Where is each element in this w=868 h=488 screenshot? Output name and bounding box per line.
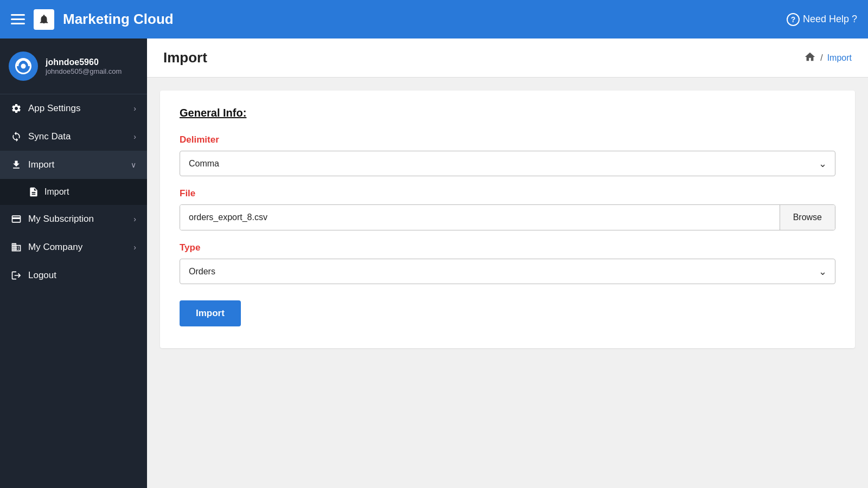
page-header: Import / Import — [147, 38, 868, 78]
user-section: johndoe5960 johndoe505@gmail.com — [0, 38, 147, 94]
user-info: johndoe5960 johndoe505@gmail.com — [46, 57, 122, 75]
header-left: Marketing Cloud — [11, 9, 174, 30]
breadcrumb-separator: / — [820, 53, 822, 63]
top-header: Marketing Cloud ? Need Help ? — [0, 0, 868, 38]
app-title: Marketing Cloud — [63, 11, 174, 28]
sidebar-item-import[interactable]: Import ∨ — [0, 151, 147, 179]
delimiter-select-wrapper: Comma Semicolon Tab Pipe ⌄ — [180, 151, 835, 176]
avatar — [9, 52, 38, 81]
delimiter-label: Delimiter — [180, 134, 835, 145]
chevron-right-icon: › — [133, 104, 136, 113]
chevron-right-icon: › — [133, 132, 136, 141]
gear-icon — [11, 103, 22, 114]
sidebar-item-sync-data[interactable]: Sync Data › — [0, 123, 147, 151]
svg-point-0 — [21, 64, 26, 69]
sidebar-item-label: Sync Data — [28, 131, 71, 142]
chevron-down-icon: ∨ — [131, 160, 136, 169]
sidebar-item-label: Import — [28, 159, 54, 170]
import-form-container: General Info: Delimiter Comma Semicolon … — [160, 91, 855, 348]
file-text-input[interactable] — [180, 205, 780, 230]
user-name: johndoe5960 — [46, 57, 122, 67]
sidebar-item-my-company[interactable]: My Company › — [0, 233, 147, 261]
bell-icon — [38, 14, 50, 25]
breadcrumb-home-icon[interactable] — [804, 51, 816, 65]
sidebar-item-label: App Settings — [28, 103, 80, 114]
browse-button[interactable]: Browse — [780, 205, 835, 230]
import-button[interactable]: Import — [180, 300, 241, 326]
hamburger-menu-button[interactable] — [11, 14, 25, 24]
breadcrumb-current: Import — [827, 53, 852, 63]
type-label: Type — [180, 242, 835, 253]
user-email: johndoe505@gmail.com — [46, 67, 122, 75]
page-title: Import — [163, 49, 207, 66]
help-label: Need Help ? — [803, 14, 857, 25]
sync-icon — [11, 131, 22, 142]
delimiter-select[interactable]: Comma Semicolon Tab Pipe — [180, 151, 835, 176]
sidebar-item-logout[interactable]: Logout — [0, 261, 147, 290]
logout-icon — [11, 270, 22, 281]
breadcrumb: / Import — [804, 51, 852, 65]
sidebar-subitem-label: Import — [44, 187, 69, 197]
notifications-button[interactable] — [34, 9, 54, 30]
sidebar-item-my-subscription[interactable]: My Subscription › — [0, 205, 147, 233]
sidebar-item-label: My Company — [28, 242, 82, 253]
file-input-wrapper: Browse — [180, 204, 835, 230]
type-select-wrapper: Orders Customers Products ⌄ — [180, 259, 835, 284]
main-layout: johndoe5960 johndoe505@gmail.com App Set… — [0, 38, 868, 488]
sidebar-subitem-import[interactable]: Import — [0, 179, 147, 205]
file-icon — [28, 187, 39, 197]
sidebar-item-app-settings[interactable]: App Settings › — [0, 94, 147, 123]
sidebar-item-label: My Subscription — [28, 214, 94, 224]
sidebar-item-label: Logout — [28, 270, 56, 281]
file-label: File — [180, 188, 835, 199]
question-circle-icon: ? — [787, 13, 800, 26]
chevron-right-icon: › — [133, 215, 136, 223]
sidebar: johndoe5960 johndoe505@gmail.com App Set… — [0, 38, 147, 488]
user-avatar-icon — [14, 56, 33, 76]
chevron-right-icon: › — [133, 243, 136, 252]
help-link[interactable]: ? Need Help ? — [787, 13, 857, 26]
company-icon — [11, 242, 22, 253]
import-icon — [11, 159, 22, 170]
content-area: Import / Import General Info: Delimiter … — [147, 38, 868, 488]
subscription-icon — [11, 214, 22, 224]
type-select[interactable]: Orders Customers Products — [180, 259, 835, 284]
form-section-title: General Info: — [180, 107, 835, 119]
